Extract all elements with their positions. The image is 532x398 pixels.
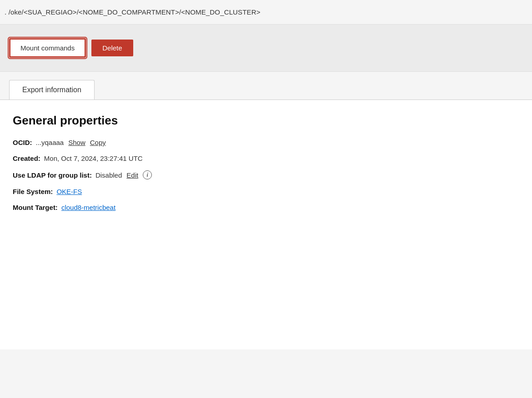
ldap-info-icon: i: [143, 170, 152, 179]
ocid-show-link[interactable]: Show: [68, 139, 85, 146]
ocid-copy-link[interactable]: Copy: [90, 139, 106, 146]
breadcrumb-text: . /oke/<SUA_REGIAO>/<NOME_DO_COMPARTMENT…: [5, 8, 261, 16]
mount-commands-button[interactable]: Mount commands: [9, 38, 86, 58]
tab-export-information[interactable]: Export information: [9, 80, 95, 100]
ldap-value: Disabled: [95, 171, 122, 179]
filesystem-label: File System:: [13, 188, 53, 195]
delete-button[interactable]: Delete: [91, 40, 133, 56]
mount-target-label: Mount Target:: [13, 204, 58, 211]
created-row: Created: Mon, Oct 7, 2024, 23:27:41 UTC: [13, 154, 519, 162]
created-label: Created:: [13, 154, 40, 162]
section-title-general-properties: General properties: [13, 114, 519, 128]
breadcrumb: . /oke/<SUA_REGIAO>/<NOME_DO_COMPARTMENT…: [0, 0, 532, 25]
tabs-area: Export information: [0, 72, 532, 100]
ldap-label: Use LDAP for group list:: [13, 171, 92, 179]
mount-target-row: Mount Target: cloud8-metricbeat: [13, 204, 519, 211]
content-panel: General properties OCID: ...yqaaaa Show …: [0, 100, 532, 349]
ldap-row: Use LDAP for group list: Disabled Edit i: [13, 170, 519, 179]
mount-target-value-link[interactable]: cloud8-metricbeat: [61, 204, 115, 211]
created-value: Mon, Oct 7, 2024, 23:27:41 UTC: [44, 154, 143, 162]
ldap-edit-link[interactable]: Edit: [126, 171, 138, 179]
filesystem-value-link[interactable]: OKE-FS: [56, 188, 82, 195]
ocid-row: OCID: ...yqaaaa Show Copy: [13, 139, 519, 146]
ocid-value: ...yqaaaa: [36, 139, 64, 146]
ocid-label: OCID:: [13, 139, 32, 146]
action-bar: Mount commands Delete: [0, 25, 532, 72]
filesystem-row: File System: OKE-FS: [13, 188, 519, 195]
